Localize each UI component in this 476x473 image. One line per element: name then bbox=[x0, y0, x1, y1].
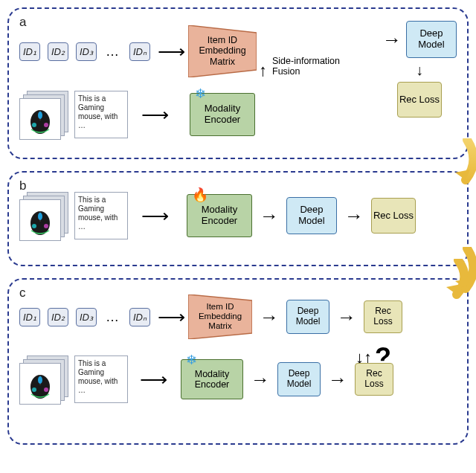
deep-model-block: Deep Model bbox=[277, 362, 321, 396]
text-card: This is a Gaming mouse, with … bbox=[74, 192, 128, 239]
id-chip-1: ID₁ bbox=[19, 308, 40, 326]
deep-model-block: Deep Model bbox=[286, 300, 329, 334]
svg-point-4 bbox=[44, 123, 48, 127]
panel-b: b This is a Gaming mouse, with … ⟶ 🔥 Mod… bbox=[7, 171, 469, 266]
arrow-icon: → bbox=[260, 307, 279, 326]
rec-loss-block: Rec Loss bbox=[371, 198, 416, 234]
down-arrow-icon: ↓ bbox=[416, 62, 423, 77]
arrow-icon: → bbox=[251, 370, 270, 389]
panel-b-label: b bbox=[19, 178, 26, 193]
mouse-icon bbox=[24, 367, 57, 400]
svg-point-14 bbox=[38, 376, 42, 384]
svg-point-16 bbox=[44, 387, 48, 392]
rec-loss-block: Rec Loss bbox=[355, 363, 393, 396]
modality-encoder-block: 🔥 Modality Encoder bbox=[187, 194, 252, 237]
svg-point-9 bbox=[44, 224, 48, 228]
ellipsis: … bbox=[104, 309, 122, 325]
up-arrow-icon: ↑ bbox=[259, 64, 267, 77]
arrow-icon: → bbox=[337, 307, 356, 326]
curved-arrow-icon bbox=[452, 247, 476, 299]
id-chip-2: ID₂ bbox=[48, 308, 68, 326]
image-stack bbox=[19, 192, 67, 239]
id-chip-2: ID₂ bbox=[48, 42, 68, 61]
embedding-matrix-block: Item ID Embedding Matrix bbox=[188, 295, 252, 339]
rec-loss-block: Rec Loss bbox=[364, 300, 402, 333]
snowflake-icon: ❄ bbox=[186, 353, 197, 368]
arrow-icon: → bbox=[344, 206, 364, 225]
svg-point-7 bbox=[38, 213, 42, 220]
id-chip-n: IDₙ bbox=[129, 308, 150, 326]
modality-encoder-block: ❄ Modality Encoder bbox=[190, 93, 255, 136]
panel-a: a ID₁ ID₂ ID₃ … IDₙ ⟶ Item ID Embedding … bbox=[7, 7, 469, 159]
deep-model-block: Deep Model bbox=[406, 21, 457, 58]
image-stack bbox=[19, 355, 67, 403]
fire-icon: 🔥 bbox=[192, 187, 208, 203]
text-card: This is a Gaming mouse, with … bbox=[74, 91, 128, 138]
embedding-matrix-block: Item ID Embedding Matrix bbox=[188, 25, 257, 77]
modality-encoder-block: ❄ Modality Encoder bbox=[181, 359, 243, 399]
id-chip-3: ID₃ bbox=[76, 308, 97, 326]
image-stack bbox=[19, 91, 67, 138]
fusion-arrow-group: ↑ bbox=[259, 64, 267, 77]
svg-point-2 bbox=[38, 112, 42, 119]
svg-point-3 bbox=[32, 123, 36, 127]
id-chip-1: ID₁ bbox=[19, 42, 40, 61]
arrow-icon: ⟶ bbox=[141, 206, 164, 225]
svg-point-8 bbox=[32, 224, 36, 228]
arrow-icon: → bbox=[382, 30, 402, 49]
rec-loss-block: Rec Loss bbox=[397, 82, 442, 118]
deep-model-block: Deep Model bbox=[286, 197, 337, 234]
mouse-icon bbox=[24, 204, 57, 236]
mouse-icon bbox=[24, 103, 57, 135]
arrow-icon: ⟶ bbox=[158, 42, 181, 61]
arrow-icon: ⟶ bbox=[158, 307, 181, 326]
arrow-icon: ⟶ bbox=[141, 105, 164, 124]
id-chip-3: ID₃ bbox=[76, 42, 97, 61]
curved-arrow-icon bbox=[452, 138, 476, 190]
arrow-icon: → bbox=[328, 370, 347, 389]
id-chip-n: IDₙ bbox=[129, 42, 150, 61]
ellipsis: … bbox=[104, 44, 122, 59]
arrow-icon: → bbox=[260, 206, 279, 225]
snowflake-icon: ❄ bbox=[195, 86, 206, 102]
side-info-label: Side-information Fusion bbox=[272, 57, 354, 77]
text-card: This is a Gaming mouse, with … bbox=[74, 355, 128, 403]
svg-point-15 bbox=[32, 387, 36, 392]
arrow-icon: ⟶ bbox=[140, 370, 163, 389]
panel-c: c ID₁ ID₂ ID₃ … IDₙ ⟶ Item ID Embedding … bbox=[7, 278, 469, 445]
